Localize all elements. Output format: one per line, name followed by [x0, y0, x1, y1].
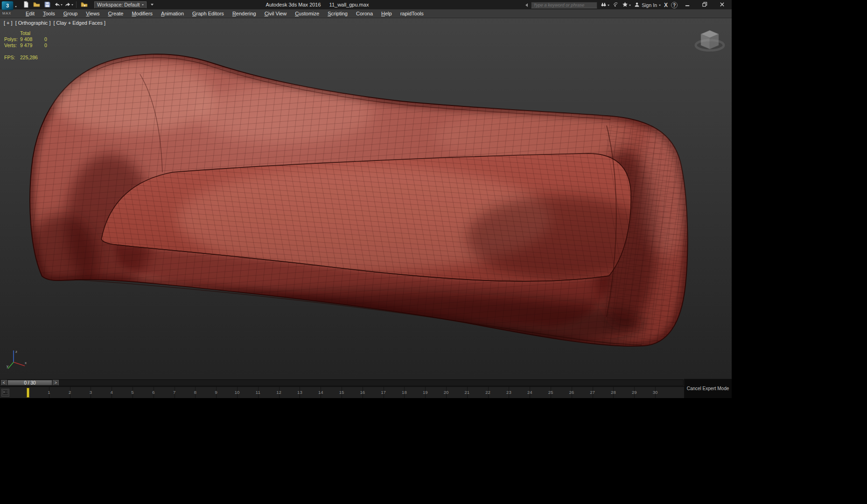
screen: 3 MAX	[0, 0, 867, 504]
trackbar-ruler[interactable]: 1234567891011121314151617181920212223242…	[0, 387, 684, 399]
cancel-expert-mode-button[interactable]: Cancel Expert Mode	[684, 379, 732, 398]
title-file-name: 11_wall_gpu.max	[329, 2, 369, 7]
viewport-general-menu[interactable]: [ + ]	[4, 20, 13, 26]
frame-number-14: 14	[318, 390, 323, 395]
toolbar-overflow-icon[interactable]	[151, 4, 154, 7]
toolbar-separator	[76, 1, 77, 8]
frame-number-16: 16	[360, 390, 365, 395]
restore-button[interactable]	[696, 0, 713, 9]
sign-in-label: Sign In	[642, 2, 657, 8]
infocenter-collapse-icon[interactable]	[524, 3, 528, 7]
undo-arrow-icon	[54, 1, 61, 9]
binoculars-icon	[601, 1, 607, 8]
frame-number-4: 4	[111, 390, 113, 395]
frame-number-10: 10	[235, 390, 240, 395]
viewport[interactable]: [ + ] [ Orthographic ] [ Clay + Edged Fa…	[0, 18, 732, 379]
frame-number-28: 28	[611, 390, 616, 395]
menu-item-views[interactable]: Views	[82, 9, 104, 18]
close-button[interactable]	[713, 0, 731, 9]
menu-item-rendering[interactable]: Rendering	[228, 9, 260, 18]
chevron-down-icon	[608, 5, 609, 7]
previous-frame-button[interactable]: <	[1, 380, 7, 385]
menu-item-create[interactable]: Create	[104, 9, 127, 18]
menu-item-help[interactable]: Help	[377, 9, 396, 18]
3d-scene-couch-model[interactable]	[0, 18, 732, 379]
close-icon	[720, 2, 725, 8]
open-file-button[interactable]	[32, 1, 41, 8]
chevron-down-icon	[71, 4, 73, 7]
viewport-pov-menu[interactable]: [ Orthographic ]	[15, 20, 51, 26]
new-scene-button[interactable]	[21, 1, 30, 8]
frame-number-23: 23	[506, 390, 511, 395]
menu-item-tools[interactable]: Tools	[39, 9, 59, 18]
title-bar: 3 MAX	[0, 0, 732, 9]
frame-number-2: 2	[69, 390, 71, 395]
menu-item-civil-view[interactable]: Civil View	[260, 9, 291, 18]
viewcube[interactable]	[694, 27, 725, 56]
workspace-dropdown[interactable]: Workspace: Default	[94, 1, 147, 8]
time-slider-handle[interactable]: 0 / 30	[7, 380, 52, 385]
frame-number-7: 7	[173, 390, 175, 395]
track-bar: 1234567891011121314151617181920212223242…	[0, 386, 684, 398]
frame-number-13: 13	[297, 390, 302, 395]
frame-number-8: 8	[194, 390, 196, 395]
cancel-expert-mode-label: Cancel Expert Mode	[687, 386, 729, 391]
minimize-button[interactable]	[679, 0, 696, 9]
stats-polys-value: 9 408	[20, 36, 44, 42]
help-icon[interactable]: ?	[671, 2, 678, 8]
frame-number-11: 11	[256, 390, 260, 395]
frame-number-21: 21	[465, 390, 470, 395]
favorites-button[interactable]	[622, 1, 631, 8]
current-frame-marker[interactable]	[27, 388, 29, 398]
minimize-icon	[685, 2, 690, 8]
stats-fps-value: 225,286	[20, 55, 63, 61]
app-logo-label: MAX	[2, 11, 11, 15]
frame-number-6: 6	[152, 390, 154, 395]
infocenter-search-input[interactable]	[531, 2, 597, 8]
quick-access-toolbar: Workspace: Default	[21, 1, 154, 8]
frame-number-17: 17	[381, 390, 386, 395]
menu-item-animation[interactable]: Animation	[157, 9, 188, 18]
menu-item-group[interactable]: Group	[59, 9, 82, 18]
star-icon	[622, 1, 628, 8]
frame-number-12: 12	[276, 390, 281, 395]
redo-button[interactable]	[64, 1, 73, 8]
menu-bar: EditToolsGroupViewsCreateModifiersAnimat…	[0, 9, 732, 18]
frame-number-25: 25	[548, 390, 553, 395]
menu-item-edit[interactable]: Edit	[21, 9, 39, 18]
chevron-down-icon	[629, 5, 631, 7]
satellite-dish-icon	[613, 1, 619, 8]
infocenter: Sign In X ?	[524, 1, 678, 8]
statistics-overlay: Total Polys: 9 408 0 Verts: 9 479 0 FPS:…	[4, 30, 63, 61]
save-file-button[interactable]	[43, 1, 51, 8]
stats-polys-delta: 0	[44, 36, 63, 42]
next-frame-button[interactable]: >	[53, 380, 59, 385]
viewport-shading-menu[interactable]: [ Clay + Edged Faces ]	[53, 20, 105, 26]
sign-in-button[interactable]: Sign In	[634, 2, 661, 8]
chevron-down-icon	[61, 4, 63, 7]
viewport-label: [ + ] [ Orthographic ] [ Clay + Edged Fa…	[4, 20, 105, 26]
menu-item-corona[interactable]: Corona	[352, 9, 377, 18]
world-axis-tripod: x y z	[6, 348, 27, 371]
set-project-folder-button[interactable]	[80, 1, 88, 8]
exchange-apps-icon[interactable]: X	[664, 2, 668, 8]
viewcube-icon	[694, 27, 725, 56]
communication-center-button[interactable]	[613, 1, 619, 8]
restore-icon	[702, 2, 707, 8]
stats-header: Total	[20, 30, 44, 36]
menu-item-rapidtools[interactable]: rapidTools	[396, 9, 428, 18]
open-mini-curve-editor-button[interactable]	[1, 389, 9, 397]
infocenter-search-button[interactable]	[601, 1, 609, 8]
menu-item-customize[interactable]: Customize	[291, 9, 323, 18]
menu-item-scripting[interactable]: Scripting	[323, 9, 352, 18]
chevron-down-icon	[142, 4, 144, 7]
menu-item-modifiers[interactable]: Modifiers	[127, 9, 157, 18]
stats-verts-value: 9 479	[20, 42, 44, 49]
frame-number-26: 26	[569, 390, 574, 395]
frame-number-9: 9	[215, 390, 217, 395]
undo-button[interactable]	[54, 1, 62, 8]
application-menu-button[interactable]: 3 MAX	[1, 0, 22, 17]
time-slider-track[interactable]: < 0 / 30 >	[0, 379, 684, 386]
chevron-down-icon	[15, 6, 17, 8]
menu-item-graph-editors[interactable]: Graph Editors	[188, 9, 228, 18]
